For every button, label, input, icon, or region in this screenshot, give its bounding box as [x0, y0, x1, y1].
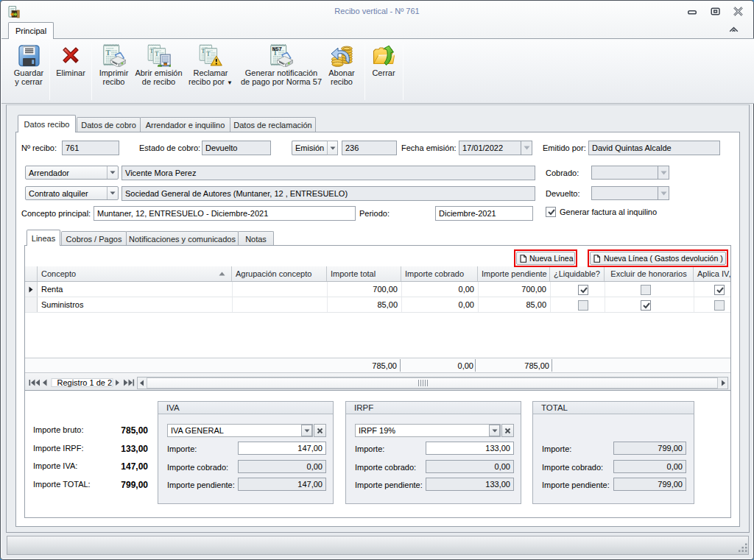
svg-text:N57: N57 — [272, 46, 283, 52]
svg-text:Registro 1 de 2: Registro 1 de 2 — [57, 378, 113, 387]
